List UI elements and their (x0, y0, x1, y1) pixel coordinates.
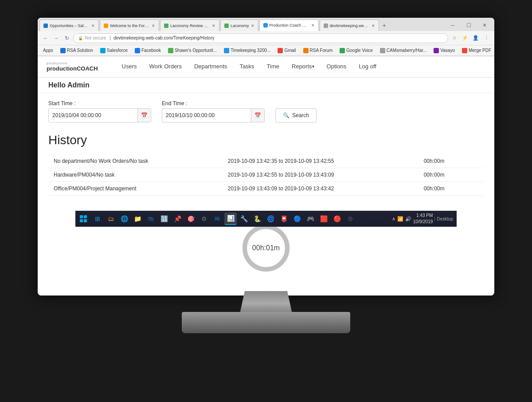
store[interactable]: 🛍 (145, 213, 157, 225)
browser-active[interactable]: 📊 (224, 213, 237, 225)
bookmark-4[interactable]: Shawn's Opportunit... (166, 47, 219, 54)
bookmark-1[interactable]: RSA Solution (59, 47, 95, 54)
bookmark-11[interactable]: Merge PDF (460, 47, 493, 54)
hello-section: Hello Admin (38, 78, 494, 93)
history-range-0: 2019-10-09 13:42:35 to 2019-10-09 13:42:… (223, 154, 419, 168)
app7[interactable]: 🎯 (184, 213, 197, 225)
address-divider: | (110, 35, 111, 40)
tool[interactable]: 🔧 (238, 213, 250, 225)
taskbar-systray: ∧ 📶 🔊 1:43 PM 10/9/2019 Desktop (392, 213, 455, 225)
app15[interactable]: 🔵 (291, 213, 303, 225)
end-time-label: End Time : (162, 100, 265, 106)
app18[interactable]: 🔴 (331, 213, 343, 225)
history-desc-1: Hardware/PM004/No task (48, 168, 223, 182)
tray-clock: 1:43 PM 10/9/2019 (413, 213, 433, 225)
time-filter: Start Time : 📅 End Time : 📅 (38, 93, 494, 130)
app13[interactable]: 🌀 (264, 213, 277, 225)
tray-volume-icon[interactable]: 🔊 (405, 216, 411, 222)
nav-link-users[interactable]: Users (116, 56, 143, 78)
bookmark-6[interactable]: Gmail (276, 47, 297, 54)
bookmark-3[interactable]: Facebook (133, 47, 163, 54)
search-button[interactable]: 🔍 Search (275, 108, 317, 122)
history-row-0: No department/No Work Orders/No task 201… (48, 154, 484, 168)
browser-tab-tab1[interactable]: Opportunities – Salesforce✕ (39, 20, 99, 31)
start-time-field: Start Time : 📅 (48, 100, 151, 122)
bookmark-5[interactable]: Timekeeping 3200... (222, 47, 272, 54)
edge-browser[interactable]: 🌐 (118, 213, 130, 225)
search-icon: 🔍 (283, 112, 289, 118)
mail[interactable]: ✉ (211, 213, 223, 225)
bookmark-8[interactable]: Google Voice (338, 47, 375, 54)
minimize-button[interactable]: ─ (445, 20, 461, 31)
nav-link-work-orders[interactable]: Work Orders (143, 56, 188, 78)
start-button[interactable] (77, 213, 90, 225)
bookmark-10[interactable]: Vasayo (432, 47, 457, 54)
more-button[interactable]: ⋮ (482, 34, 491, 43)
start-button[interactable]: ⊞ (91, 213, 104, 225)
account-button[interactable]: 👤 (471, 34, 480, 43)
start-time-input[interactable] (49, 110, 137, 120)
end-time-input[interactable] (162, 110, 251, 120)
not-secure-label: Not secure (85, 35, 106, 40)
monitor-wrapper: Opportunities – Salesforce✕Welcome to th… (0, 0, 532, 402)
browser-tab-tab6[interactable]: devtimekeeping.web-cab.c...✕ (320, 20, 379, 31)
tray-network-icon[interactable]: 📶 (397, 216, 403, 222)
history-section: History No department/No Work Orders/No … (38, 130, 494, 206)
address-bar[interactable]: 🔒 Not secure | devtimekeeping.web-cab.co… (73, 33, 448, 43)
nav-link-options[interactable]: Options (321, 56, 353, 78)
start-time-calendar-button[interactable]: 📅 (137, 109, 151, 122)
browser-tab-tab4[interactable]: Laconomy✕ (220, 20, 258, 31)
timer-display: 00h:01m (252, 244, 280, 252)
outlook[interactable]: 📮 (278, 213, 290, 225)
history-row-2: Office/PM004/Project Management 2019-10-… (48, 182, 484, 196)
app17[interactable]: 🟥 (317, 213, 330, 225)
app16[interactable]: 🎮 (304, 213, 317, 225)
python[interactable]: 🐍 (251, 213, 263, 225)
reload-button[interactable]: ↻ (63, 34, 71, 43)
bookmark-7[interactable]: RSA Forum (301, 47, 335, 54)
nav-link-departments[interactable]: Departments (188, 56, 233, 78)
nav-link-reports[interactable]: Reports (286, 56, 321, 78)
settings[interactable]: ⚙ (198, 213, 210, 225)
browser-toolbar: ← → ↻ 🔒 Not secure | devtimekeeping.web-… (38, 31, 494, 45)
nav-link-tasks[interactable]: Tasks (233, 56, 260, 78)
nav-link-time[interactable]: Time (261, 56, 286, 78)
screen: Opportunities – Salesforce✕Welcome to th… (38, 18, 494, 296)
history-title: History (48, 133, 484, 147)
end-time-input-wrapper: 📅 (162, 108, 265, 122)
tray-expand-icon[interactable]: ∧ (392, 216, 395, 222)
history-range-2: 2019-10-09 13:43:09 to 2019-10-09 13:43:… (223, 182, 419, 196)
app-logo: production productionCOACH (47, 62, 98, 72)
browser-tab-tab5[interactable]: Production Coach MLS – 36...✕ (259, 20, 319, 31)
back-button[interactable]: ← (41, 34, 50, 43)
bookmark-9[interactable]: CAMsmaberry/Har... (378, 47, 429, 54)
bookmark-2[interactable]: Salesforce (98, 47, 129, 54)
pinned-app[interactable]: 📌 (171, 213, 184, 225)
close-button[interactable]: ✕ (477, 20, 493, 31)
extensions-button[interactable]: ⚡ (461, 34, 469, 43)
app-nav: production productionCOACH UsersWork Ord… (38, 56, 494, 78)
timer-circle: 00h:01m (242, 224, 290, 272)
browser-tab-tab3[interactable]: Laconomy Review – Does Th...✕ (160, 20, 219, 31)
bookmark-0[interactable]: Apps (41, 47, 55, 53)
nav-link-log-off[interactable]: Log off (352, 56, 383, 78)
taskbar: ⊞🗂🌐📁🛍🔢📌🎯⚙✉📊🔧🐍🌀📮🔵🎮🟥🔴⚙ ∧ 📶 🔊 1:43 PM 10/9/… (75, 211, 457, 227)
forward-button[interactable]: → (52, 34, 61, 43)
app19[interactable]: ⚙ (344, 213, 356, 225)
file-explorer[interactable]: 🗂 (105, 213, 117, 225)
folder[interactable]: 📁 (131, 213, 144, 225)
calculator[interactable]: 🔢 (158, 213, 170, 225)
address-url: devtimekeeping.web-cab.com/TimeKeeping/H… (113, 35, 215, 40)
end-time-calendar-button[interactable]: 📅 (251, 109, 264, 122)
history-table: No department/No Work Orders/No task 201… (48, 154, 484, 196)
tab-bar: Opportunities – Salesforce✕Welcome to th… (38, 18, 494, 31)
browser-tab-tab2[interactable]: Welcome to the Forex R/Ev...✕ (100, 20, 159, 31)
start-time-input-wrapper: 📅 (48, 108, 151, 122)
new-tab-button[interactable]: + (380, 20, 389, 31)
tray-desktop-label[interactable]: Desktop (434, 217, 453, 221)
bookmark-button[interactable]: ☆ (450, 34, 459, 43)
history-duration-2: 00h:00m (419, 182, 484, 196)
history-duration-1: 00h:00m (419, 168, 484, 182)
maximize-button[interactable]: ☐ (461, 20, 477, 31)
monitor-stand-base (182, 312, 350, 333)
